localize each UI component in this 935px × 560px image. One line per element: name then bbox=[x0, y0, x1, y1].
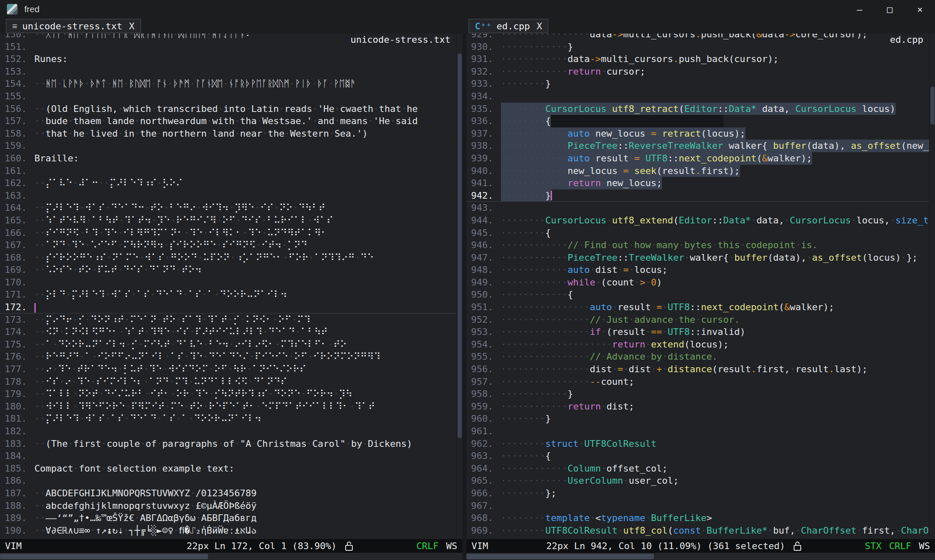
minimize-button[interactable]: – bbox=[844, 0, 875, 18]
text-line[interactable]: 184. bbox=[0, 450, 456, 462]
code-line[interactable]: 967. bbox=[466, 500, 929, 512]
code-line[interactable]: 944.········CursorLocus·utf8_extend(Edit… bbox=[466, 214, 929, 227]
tab-unicode-stress-txt[interactable]: ≡ unicode-stress.txt X bbox=[6, 19, 141, 33]
text-line[interactable]: 155. bbox=[0, 90, 456, 103]
text-line[interactable]: 183.··(The·first·couple·of·paragraphs·of… bbox=[0, 438, 456, 450]
text-line[interactable]: 179.··⠩⠁⠇⠇·⠝⠕⠞·⠙⠊⠌⠥⠗⠃·⠊⠞⠂·⠕⠗·⠹⠑·⡊⠳⠝⠞⠗⠹⠰⠎… bbox=[0, 388, 456, 400]
lock-icon[interactable] bbox=[793, 541, 802, 552]
text-line[interactable]: 162.··⡌⠁⠧⠑·⠼⠁⠒··⡍⠜⠇⠑⠹⠰⠎·⡣⠕⠌ bbox=[0, 177, 456, 189]
text-line[interactable]: 178.··⠊⠎·⠔·⠹⠑·⠎⠊⠍⠊⠇⠑⠆·⠁⠝⠙·⠍⠹·⠥⠝⠙⠁⠇⠇⠪⠫·⠙⠁… bbox=[0, 376, 456, 388]
code-line[interactable]: 946.············//·Find·out·how·many·byt… bbox=[466, 239, 929, 251]
code-line[interactable]: 933.········} bbox=[466, 78, 929, 90]
text-line[interactable]: 177.··⠔·⠹⠑·⠞⠗⠁⠙⠑⠲·⡃⠥⠞·⠹⠑·⠺⠊⠎⠙⠕⠍·⠕⠋·⠳⠗·⠁⠝… bbox=[0, 363, 456, 376]
code-line[interactable]: 962.········struct·UTF8ColResult bbox=[466, 438, 929, 450]
code-line[interactable]: 945.········{ bbox=[466, 227, 929, 239]
code-line[interactable]: 966.········}; bbox=[466, 487, 929, 500]
code-line[interactable]: 955.················//·Advance·by·distan… bbox=[466, 350, 929, 363]
text-line[interactable]: 166.··⠎⠊⠛⠝⠫·⠃⠹·⠹⠑·⠊⠇⠻⠛⠹⠍⠁⠝⠂·⠹⠑·⠊⠇⠻⠅⠂·⠹⠑·… bbox=[0, 227, 456, 239]
text-line[interactable]: 182. bbox=[0, 425, 456, 438]
code-line[interactable]: 969.········UTF8ColResult·utf8_col(const… bbox=[466, 524, 929, 537]
scrollbar-thumb[interactable] bbox=[458, 54, 462, 438]
code-line[interactable]: 931.············data->multi_cursors.push… bbox=[466, 53, 929, 65]
code-line[interactable]: 930.············} bbox=[466, 41, 929, 53]
text-line[interactable]: 176.··⠗⠑⠛⠜⠙·⠁·⠊⠕⠋⠋⠔⠤⠝⠁⠊⠇·⠁⠎·⠹⠑·⠙⠑⠁⠙⠑⠌·⠏⠊… bbox=[0, 350, 456, 363]
text-line[interactable]: 164.··⡍⠜⠇⠑⠹·⠺⠁⠎·⠙⠑⠁⠙⠒·⠞⠕·⠃⠑⠛⠔·⠺⠊⠹⠲·⡹⠻⠑·⠊… bbox=[0, 202, 456, 214]
code-line[interactable]: 939.············auto·result·=·UTF8::next… bbox=[466, 152, 929, 165]
code-line[interactable]: 942.········} bbox=[466, 189, 929, 202]
text-line[interactable]: 153. bbox=[0, 65, 456, 78]
text-line[interactable]: 185.Compact·font·selection·example·text: bbox=[0, 462, 456, 475]
vertical-scrollbar-left[interactable] bbox=[456, 34, 462, 539]
text-line[interactable]: 170. bbox=[0, 276, 456, 289]
code-line[interactable]: 949.············while·(count·>·0) bbox=[466, 276, 929, 289]
code-line[interactable]: 950.············{ bbox=[466, 288, 929, 301]
tab-close-icon[interactable]: X bbox=[537, 21, 542, 31]
editor-pane-right[interactable]: ed.cpp 929.················data->multi_c… bbox=[466, 34, 929, 539]
text-line[interactable]: 189.··–—‘“”„†•…‰™œŠŸž€·ΑΒΓΔΩαβγδω·АБВГДа… bbox=[0, 512, 456, 524]
text-line[interactable]: 163. bbox=[0, 189, 456, 202]
editor-pane-left[interactable]: unicode-stress.txt 150.··ᚷᛁᚠ·ᚻᛖ·ᚹᛁᛚᛖ·ᚠᚩᚱ… bbox=[0, 34, 456, 539]
text-line[interactable]: 161. bbox=[0, 165, 456, 177]
text-line[interactable]: 159. bbox=[0, 140, 456, 152]
text-line[interactable]: 173.··⡍⠔⠙⠖·⡊·⠙⠕⠝⠰⠞·⠍⠑⠁⠝·⠞⠕·⠎⠁⠹·⠹⠁⠞·⡊·⠅⠝⠪… bbox=[0, 314, 456, 326]
code-line[interactable]: 951.················auto·result·=·UTF8::… bbox=[466, 301, 929, 314]
tab-ed-cpp[interactable]: C⁺⁺ ed.cpp X bbox=[469, 19, 548, 33]
text-line[interactable]: 168.··⡎⠊⠗⠕⠕⠛⠑⠰⠎·⠝⠁⠍⠑·⠺⠁⠎·⠛⠕⠕⠙·⠥⠏⠕⠝·⠰⡡⠁⠝⠛… bbox=[0, 251, 456, 264]
text-line[interactable]: 187.··ABCDEFGHIJKLMNOPQRSTUVWXYZ·/012345… bbox=[0, 487, 456, 500]
code-line[interactable]: 961. bbox=[466, 425, 929, 438]
code-line[interactable]: 965.············UserColumn·user_col; bbox=[466, 474, 929, 487]
text-line[interactable]: 172. bbox=[0, 301, 456, 314]
text-line[interactable]: 174.··⠪⠝·⠅⠝⠪⠇⠫⠛⠑⠂·⠱⠁⠞·⠹⠻⠑·⠊⠎·⠏⠜⠞⠊⠊⠥⠇⠜⠇⠹·… bbox=[0, 326, 456, 338]
code-line[interactable]: 968.········template·<typename·BufferLik… bbox=[466, 512, 929, 524]
code-line[interactable]: 941.············return·new_locus; bbox=[466, 177, 929, 189]
horizontal-scrollbar-left[interactable] bbox=[0, 553, 462, 560]
code-line[interactable]: 954.····················return·extend(lo… bbox=[466, 338, 929, 351]
text-line[interactable]: 190.··∀∂∈ℝ∧∪≡∞·↑↗↨↻⇣·┐┼╔╘░►☺♀·ﬁ�⑀₂ἠḂӥẄɐː… bbox=[0, 524, 456, 537]
code-line[interactable]: 943. bbox=[466, 202, 929, 214]
text-line[interactable]: 156.··(Old·English,·which·transcribed·in… bbox=[0, 103, 456, 115]
lock-icon[interactable] bbox=[344, 541, 354, 552]
text-line[interactable]: 158.··that·he·lived·in·the·northern·land… bbox=[0, 127, 456, 140]
scrollbar-thumb[interactable] bbox=[0, 554, 208, 559]
code-line[interactable]: 929.················data->multi_cursors.… bbox=[466, 34, 929, 41]
text-line[interactable]: 180.··⠺⠊⠇⠇·⠹⠻⠑⠋⠕⠗⠑·⠏⠻⠍⠊⠞·⠍⠑·⠞⠕·⠗⠑⠏⠑⠁⠞⠂·⠑… bbox=[0, 400, 456, 413]
title-bar[interactable]: fred – □ × bbox=[0, 0, 935, 18]
text-line[interactable]: 160.Braille: bbox=[0, 152, 456, 165]
code-line[interactable]: 959.············return·dist; bbox=[466, 400, 929, 413]
text-line[interactable]: 181.··⡍⠜⠇⠑⠹·⠺⠁⠎·⠁⠎·⠙⠑⠁⠙·⠁⠎·⠁·⠙⠕⠕⠗⠤⠝⠁⠊⠇⠲ bbox=[0, 412, 456, 425]
text-line[interactable]: 175.··⠁·⠙⠕⠕⠗⠤⠝⠁⠊⠇⠲·⡊·⠍⠊⠣⠞·⠙⠁⠧⠑·⠃⠑⠲·⠔⠊⠇⠔⠫… bbox=[0, 338, 456, 351]
text-line[interactable]: 188.··abcdefghijklmnopqrstuvwxyz·£©µÀÆÖÞ… bbox=[0, 500, 456, 512]
code-line[interactable]: 932.············return·cursor; bbox=[466, 65, 929, 78]
text-line[interactable]: 152.Runes: bbox=[0, 53, 456, 65]
text-line[interactable]: 154.··ᚻᛖ·ᚳᚹᚫᚦ·ᚦᚫᛏ·ᚻᛖ·ᛒᚢᛞᛖ·ᚩᚾ·ᚦᚫᛗ·ᛚᚪᚾᛞᛖ·ᚾ… bbox=[0, 78, 456, 90]
text-line[interactable]: 165.··⠱⠁⠞⠑⠧⠻·⠁⠃⠳⠞·⠹⠁⠞⠲·⡹⠑·⠗⠑⠛⠊⠌⠻·⠕⠋·⠙⠊⠎·… bbox=[0, 214, 456, 227]
code-line[interactable]: 938.············PieceTree::ReverseTreeWa… bbox=[466, 140, 929, 152]
code-line[interactable]: 958.············} bbox=[466, 388, 929, 400]
tab-close-icon[interactable]: X bbox=[129, 21, 134, 31]
code-line[interactable]: 935.········CursorLocus·utf8_retract(Edi… bbox=[466, 103, 929, 115]
code-line[interactable]: 952.················//·Just·advance·the·… bbox=[466, 314, 929, 326]
horizontal-scrollbar-right[interactable] bbox=[466, 553, 935, 560]
code-line[interactable]: 956.················dist·=·dist·+·distan… bbox=[466, 363, 929, 376]
code-line[interactable]: 960.········} bbox=[466, 412, 929, 425]
text-line[interactable]: 186. bbox=[0, 474, 456, 487]
scrollbar-thumb[interactable] bbox=[466, 554, 654, 559]
text-line[interactable]: 169.··⠡⠕⠎⠑·⠞⠕·⠏⠥⠞·⠙⠊⠎·⠙⠁⠝⠙·⠞⠕⠲ bbox=[0, 264, 456, 276]
code-line[interactable]: 937.············auto·new_locus·=·retract… bbox=[466, 127, 929, 140]
code-line[interactable]: 957.················--count; bbox=[466, 376, 929, 388]
code-line[interactable]: 948.············auto·dist·=·locus; bbox=[466, 264, 929, 276]
code-line[interactable]: 964.············Column·offset_col; bbox=[466, 462, 929, 475]
text-line[interactable]: 167.··⠁⠝⠙·⠹⠑·⠡⠊⠑⠋·⠍⠳⠗⠝⠻⠲·⡎⠊⠗⠕⠕⠛⠑·⠎⠊⠛⠝⠫·⠊… bbox=[0, 239, 456, 251]
code-line[interactable]: 940.············new_locus·=·seek(result.… bbox=[466, 165, 929, 177]
text-line[interactable]: 171.··⡕⠇⠙·⡍⠜⠇⠑⠹·⠺⠁⠎·⠁⠎·⠙⠑⠁⠙·⠁⠎·⠁·⠙⠕⠕⠗⠤⠝⠁… bbox=[0, 288, 456, 301]
code-line[interactable]: 936.········{ bbox=[466, 115, 929, 127]
vertical-scrollbar-right[interactable] bbox=[929, 34, 935, 539]
code-line[interactable]: 934. bbox=[466, 90, 929, 103]
code-line[interactable]: 963.········{ bbox=[466, 450, 929, 462]
code-line[interactable]: 947.············PieceTree::TreeWalker·wa… bbox=[466, 251, 929, 264]
text-line[interactable]: 157.··bude·thaem·lande·northweardum·with… bbox=[0, 115, 456, 127]
scrollbar-thumb[interactable] bbox=[930, 87, 935, 124]
maximize-button[interactable]: □ bbox=[875, 0, 905, 18]
close-button[interactable]: × bbox=[905, 0, 935, 18]
code-line[interactable]: 953.················if·(result·==·UTF8::… bbox=[466, 326, 929, 338]
